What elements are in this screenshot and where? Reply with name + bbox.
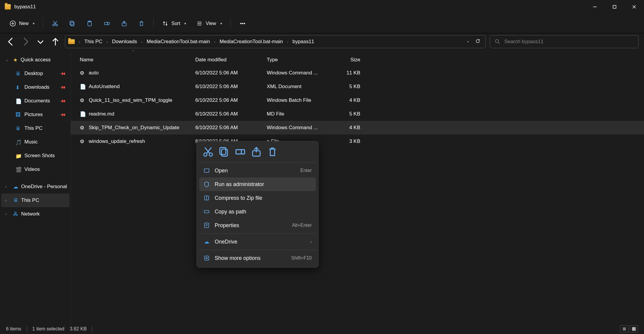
sidebar-item-label: Desktop (24, 71, 43, 77)
breadcrumb[interactable]: › This PC › Downloads › MediaCreationToo… (65, 35, 486, 48)
minimize-button[interactable] (585, 0, 605, 14)
file-row[interactable]: 📄AutoUnattend 6/10/2022 5:06 AM XML Docu… (71, 80, 644, 93)
view-button[interactable]: View ▾ (192, 17, 226, 30)
details-view-button[interactable] (620, 325, 629, 333)
sidebar-item-desktop[interactable]: 🖥 Desktop 📌 (1, 67, 69, 80)
ctx-open[interactable]: Open Enter (199, 164, 316, 177)
thumbnails-view-button[interactable] (630, 325, 638, 333)
chevron-right-icon: › (5, 198, 10, 202)
svg-rect-15 (105, 22, 107, 25)
sidebar-item-music[interactable]: 🎵 Music (1, 135, 69, 149)
breadcrumb-segment[interactable]: Downloads (112, 39, 137, 45)
sidebar-label: This PC (21, 197, 39, 203)
svg-point-21 (240, 23, 241, 24)
file-row[interactable]: ⚙auto 6/10/2022 5:06 AM Windows Command … (71, 66, 644, 80)
pin-icon: 📌 (60, 111, 66, 118)
pc-icon: 🖥 (15, 126, 21, 131)
sidebar-item-downloads[interactable]: ⬇ Downloads 📌 (1, 80, 69, 94)
file-row[interactable]: ⚙windows_update_refresh 6/10/2022 5:06 A… (71, 135, 644, 148)
search-placeholder: Search bypass11 (504, 39, 543, 45)
breadcrumb-segment[interactable]: MediaCreationTool.bat-main (147, 39, 210, 45)
breadcrumb-segment[interactable]: bypass11 (293, 39, 314, 45)
paste-button[interactable] (82, 17, 97, 30)
forward-button[interactable] (20, 36, 31, 47)
svg-rect-49 (634, 329, 635, 330)
svg-point-24 (495, 40, 499, 43)
history-chevron-icon[interactable]: ⌄ (466, 38, 470, 45)
status-selection: 1 item selected (32, 326, 65, 332)
breadcrumb-segment[interactable]: MediaCreationTool.bat-main (220, 39, 283, 45)
sidebar-network[interactable]: › 🖧 Network (1, 207, 69, 221)
search-input[interactable]: Search bypass11 (490, 35, 639, 48)
videos-icon: 🎬 (15, 167, 21, 172)
file-size: 5 KB (326, 84, 364, 90)
ctx-copy-path[interactable]: Copy as path (199, 205, 316, 218)
svg-rect-42 (205, 256, 209, 260)
more-icon (203, 255, 210, 261)
breadcrumb-segment[interactable]: This PC (84, 39, 102, 45)
refresh-button[interactable] (475, 38, 481, 45)
sidebar-item-this-pc[interactable]: 🖥 This PC (1, 121, 69, 135)
file-icon: ⚙ (80, 125, 86, 131)
file-name: auto (89, 70, 99, 76)
network-icon: 🖧 (13, 211, 18, 217)
file-row[interactable]: ⚙Skip_TPM_Check_on_Dynamic_Update 6/10/2… (71, 121, 644, 135)
folder-icon: 📁 (15, 153, 21, 158)
svg-rect-16 (107, 22, 109, 25)
ctx-run-as-admin[interactable]: Run as administrator (199, 177, 316, 191)
sidebar-onedrive[interactable]: › ☁ OneDrive - Personal (1, 180, 69, 193)
file-icon: ⚙ (80, 70, 86, 76)
sidebar-quick-access[interactable]: ⌄ ★ Quick access (1, 53, 69, 67)
more-button[interactable] (235, 17, 250, 30)
column-header-size[interactable]: Size (326, 57, 364, 63)
file-date: 6/10/2022 5:06 AM (195, 97, 267, 103)
sidebar-item-pictures[interactable]: 🖼 Pictures 📌 (1, 108, 69, 121)
share-button[interactable] (116, 17, 132, 30)
documents-icon: 📄 (15, 98, 21, 104)
file-date: 6/10/2022 5:06 AM (195, 125, 267, 131)
file-row[interactable]: ⚙Quick_11_iso_esd_wim_TPM_toggle 6/10/20… (71, 93, 644, 107)
copy-button[interactable] (65, 17, 80, 30)
chevron-down-icon: ▾ (220, 21, 222, 26)
recent-locations-button[interactable] (35, 36, 46, 47)
ctx-delete-button[interactable] (266, 146, 278, 157)
up-button[interactable] (50, 36, 61, 47)
sidebar-label: OneDrive - Personal (21, 184, 67, 190)
sidebar-item-screen-shots[interactable]: 📁 Screen Shots (1, 149, 69, 163)
path-icon (203, 208, 210, 215)
sidebar-item-documents[interactable]: 📄 Documents 📌 (1, 94, 69, 108)
ctx-label: Compress to Zip file (215, 195, 262, 201)
sidebar-item-videos[interactable]: 🎬 Videos (1, 163, 69, 176)
separator (27, 326, 27, 332)
window-title: bypass11 (14, 4, 36, 10)
column-header-date[interactable]: Date modified (195, 57, 267, 63)
rename-button[interactable] (99, 17, 115, 30)
column-header-type[interactable]: Type (267, 57, 326, 63)
ctx-onedrive[interactable]: ☁ OneDrive › (199, 235, 316, 249)
maximize-button[interactable] (605, 0, 624, 14)
ctx-shortcut: Enter (300, 168, 312, 173)
sort-label: Sort (171, 21, 180, 26)
cut-button[interactable] (47, 17, 63, 30)
sidebar-this-pc[interactable]: › 🖥 This PC (1, 193, 69, 207)
sort-button[interactable]: Sort ▾ (158, 17, 190, 30)
file-size: 11 KB (326, 70, 364, 76)
ctx-show-more[interactable]: Show more options Shift+F10 (199, 251, 316, 265)
column-header-name[interactable]: Name (71, 57, 195, 63)
ctx-copy-button[interactable] (218, 146, 230, 157)
ctx-compress[interactable]: Compress to Zip file (199, 191, 316, 205)
chevron-right-icon: › (5, 185, 10, 189)
back-button[interactable] (5, 36, 16, 47)
close-button[interactable] (624, 0, 644, 14)
delete-button[interactable] (134, 17, 149, 30)
ctx-properties[interactable]: Properties Alt+Enter (199, 218, 316, 232)
file-row[interactable]: 📄readme.md 6/10/2022 5:06 AM MD File 5 K… (71, 107, 644, 121)
ctx-rename-button[interactable] (234, 146, 246, 157)
title-bar: bypass11 (0, 0, 644, 14)
cloud-icon: ☁ (13, 184, 18, 190)
ctx-label: Copy as path (215, 209, 246, 215)
ctx-share-button[interactable] (250, 146, 262, 157)
new-button[interactable]: New ▾ (5, 17, 39, 30)
ctx-cut-button[interactable] (202, 146, 214, 157)
status-item-count: 6 items (6, 326, 21, 332)
